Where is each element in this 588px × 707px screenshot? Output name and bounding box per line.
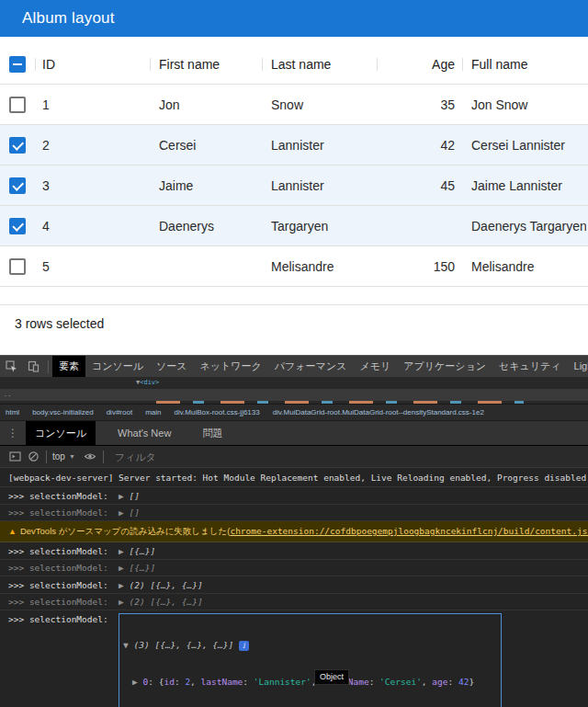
console-log-row[interactable]: >>> selectionModel: ▶ (2) [{…}, {…}]: [0, 576, 588, 594]
cell-first: Jon: [159, 85, 255, 125]
table-row[interactable]: 2 Cersei Lannister 42 Cersei Lannister: [0, 125, 588, 165]
row-checkbox[interactable]: [9, 97, 26, 113]
tab-lighthouse[interactable]: Lighthouse: [568, 356, 588, 377]
console-log-row[interactable]: >>> selectionModel: ▶ []: [0, 487, 588, 505]
console-expanded-log[interactable]: >>> selectionModel: ▼ (3) [{…}, {…}, {…}…: [0, 610, 588, 707]
table-row[interactable]: 3 Jaime Lannister 45 Jaime Lannister: [0, 165, 588, 206]
table-row[interactable]: 4 Daenerys Targaryen Daenerys Targaryen: [0, 206, 588, 246]
column-separator[interactable]: [377, 58, 378, 71]
expanded-array-box[interactable]: ▼ (3) [{…}, {…}, {…}] i ▶ 0: {id: 2, las…: [119, 613, 502, 707]
warning-icon: ▲: [8, 527, 17, 536]
row-checkbox[interactable]: [9, 258, 26, 275]
app-bar: Album layout: [0, 0, 588, 37]
column-separator[interactable]: [35, 58, 36, 71]
row-checkbox[interactable]: [9, 218, 26, 234]
dom-node-parent[interactable]: ▼<div>: [0, 377, 588, 389]
cell-first: [159, 246, 255, 287]
breadcrumb-item[interactable]: div#root: [107, 408, 132, 416]
console-log-row[interactable]: >>> selectionModel: ▶ [{…}]: [0, 542, 588, 560]
page-title: Album layout: [22, 9, 115, 28]
tab-elements[interactable]: 要素: [52, 356, 85, 377]
breadcrumb-item[interactable]: main: [145, 408, 161, 416]
cell-full: Jaime Lannister: [471, 165, 586, 206]
cell-last: Targaryen: [271, 206, 370, 246]
tab-console[interactable]: コンソール: [85, 356, 150, 377]
cell-full: Cersei Lannister: [471, 125, 586, 165]
row-checkbox[interactable]: [9, 137, 26, 154]
device-toolbar-icon[interactable]: [22, 356, 44, 377]
select-all-checkbox[interactable]: [9, 56, 26, 73]
clear-console-icon[interactable]: [24, 448, 42, 466]
log-prefix: >>> selectionModel:: [8, 613, 119, 707]
drawer-tab-issues[interactable]: 問題: [193, 421, 232, 445]
breadcrumb-item[interactable]: div.MuiDataGrid-root.MuiDataGrid-root--d…: [273, 408, 484, 416]
row-checkbox[interactable]: [9, 177, 26, 194]
drawer-tab-console[interactable]: コンソール: [26, 421, 96, 445]
cell-full: Daenerys Targaryen: [471, 206, 586, 246]
column-separator[interactable]: [262, 58, 263, 71]
cell-age: 45: [377, 165, 455, 206]
cell-age: 150: [377, 246, 455, 287]
tab-application[interactable]: アプリケーション: [397, 356, 492, 377]
column-header-lastname[interactable]: Last name: [271, 44, 370, 85]
column-header-firstname[interactable]: First name: [159, 44, 255, 85]
tab-security[interactable]: セキュリティ: [492, 356, 568, 377]
cell-full: Jon Snow: [471, 85, 586, 125]
column-separator[interactable]: [462, 58, 463, 71]
cell-first: Daenerys: [159, 206, 255, 246]
dom-node-selected[interactable]: ..▼<div class="MuiDataGrid-footerContain…: [0, 389, 588, 401]
cell-id: 2: [42, 125, 143, 165]
console-drawer-tab-bar: ⋮ コンソール What's New 問題: [0, 421, 588, 446]
console-log-row[interactable]: >>> selectionModel: ▶ [{…}]: [0, 560, 588, 577]
grid-header-row: ID First name Last name Age Full name: [0, 44, 588, 85]
overflow-hint: ..: [4, 389, 11, 401]
divider: [103, 450, 104, 463]
breadcrumb-item[interactable]: div.MuiBox-root.css-jj6133: [174, 408, 259, 416]
console-warning-row[interactable]: ▲DevTools がソースマップの読み込みに失敗しました(chrome-ext…: [0, 521, 588, 542]
console-log-row: [webpack-dev-server] Server started: Hot…: [0, 468, 588, 487]
cell-last: Melisandre: [271, 246, 370, 287]
breadcrumb-item[interactable]: html: [6, 408, 19, 416]
eye-icon[interactable]: [81, 448, 99, 466]
column-header-age[interactable]: Age: [377, 44, 455, 85]
filter-input[interactable]: [115, 451, 390, 462]
object-tooltip: Object: [314, 669, 349, 685]
inspect-element-icon[interactable]: [0, 356, 22, 377]
table-row[interactable]: 1 Jon Snow 35 Jon Snow: [0, 85, 588, 125]
chevron-down-icon[interactable]: ▼: [69, 453, 75, 460]
cell-id: 4: [42, 206, 143, 246]
console-log-row[interactable]: >>> selectionModel: ▶ (2) [{…}, {…}]: [0, 594, 588, 611]
column-separator[interactable]: [150, 58, 151, 71]
cell-full: Melisandre: [471, 246, 586, 287]
cell-last: Lannister: [271, 165, 370, 206]
elements-tree: ▼<div> ..▼<div class="MuiDataGrid-footer…: [0, 377, 588, 404]
drawer-tab-whats-new[interactable]: What's New: [108, 421, 180, 445]
console-log-row[interactable]: >>> selectionModel: ▶ []: [0, 505, 588, 522]
dom-node-tag: <div>: [140, 379, 159, 386]
devtools-tab-bar: 要素 コンソール ソース ネットワーク パフォーマンス メモリ アプリケーション…: [0, 356, 588, 377]
tab-memory[interactable]: メモリ: [353, 356, 397, 377]
tab-sources[interactable]: ソース: [150, 356, 194, 377]
context-selector[interactable]: top: [52, 451, 65, 462]
console-messages: [webpack-dev-server] Server started: Hot…: [0, 468, 588, 707]
breadcrumb-item[interactable]: body.vsc-initialized: [32, 408, 94, 416]
column-header-fullname[interactable]: Full name: [471, 44, 586, 85]
divider: [48, 360, 49, 373]
tab-performance[interactable]: パフォーマンス: [268, 356, 354, 377]
cell-id: 5: [42, 246, 143, 287]
console-sidebar-icon[interactable]: [6, 448, 24, 466]
devtools-panel: 要素 コンソール ソース ネットワーク パフォーマンス メモリ アプリケーション…: [0, 355, 588, 707]
tab-network[interactable]: ネットワーク: [194, 356, 268, 377]
kebab-menu-icon[interactable]: ⋮: [7, 427, 18, 439]
column-header-id[interactable]: ID: [42, 44, 143, 85]
dom-breadcrumb: html body.vsc-initialized div#root main …: [0, 404, 588, 421]
cell-id: 1: [42, 85, 143, 125]
cell-last: Snow: [271, 85, 370, 125]
array-item-line[interactable]: ▶ 0: {id: 2, lastName: 'Lannister', firs…: [123, 676, 495, 690]
table-row[interactable]: 5 Melisandre 150 Melisandre: [0, 246, 588, 287]
cell-age: 35: [377, 85, 455, 125]
cell-age: [377, 206, 455, 246]
cell-id: 3: [42, 165, 143, 206]
array-preview-line[interactable]: ▼ (3) [{…}, {…}, {…}] i: [123, 639, 495, 653]
cell-first: Cersei: [159, 125, 255, 165]
